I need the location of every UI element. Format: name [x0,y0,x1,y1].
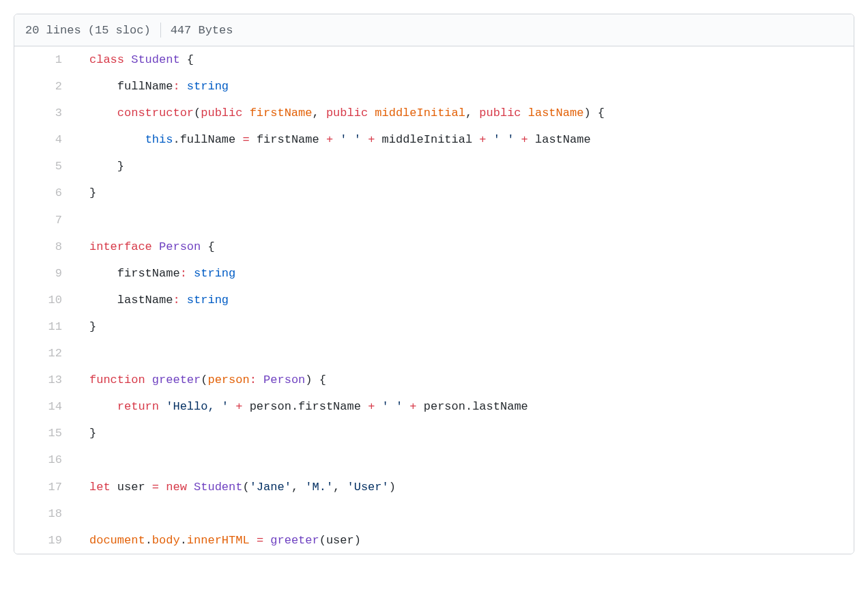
token-kw: constructor [117,107,194,119]
line-code[interactable]: } [76,313,854,340]
file-header: 20 lines (15 sloc) 447 Bytes [14,14,854,46]
token-prm: middleInitial [375,107,465,119]
token-kw: function [89,373,145,386]
code-body: 1class Student {2 fullName: string3 cons… [14,46,854,554]
line-code[interactable]: document.body.innerHTML = greeter(user) [76,527,854,554]
line-code[interactable]: lastName: string [76,287,854,313]
line-code[interactable] [76,340,854,367]
code-line: 15} [14,420,854,447]
line-code[interactable]: function greeter(person: Person) { [76,367,854,393]
token-prm: lastName [528,107,584,119]
token-kw: new [166,481,187,494]
token-punct: , [291,481,298,494]
line-code[interactable]: } [76,420,854,447]
line-number[interactable]: 16 [14,447,76,473]
line-number[interactable]: 13 [14,367,76,393]
line-code[interactable]: } [76,180,854,206]
line-code[interactable]: constructor(public firstName, public mid… [76,100,854,126]
token-prm: person [207,373,249,386]
token-id: person [250,400,291,413]
code-line: 3 constructor(public firstName, public m… [14,100,854,126]
code-line: 13function greeter(person: Person) { [14,367,854,393]
line-code[interactable]: class Student { [76,46,854,73]
line-number[interactable]: 1 [14,46,76,73]
line-number[interactable]: 6 [14,180,76,206]
line-code[interactable] [76,447,854,473]
token-punct: { [598,107,605,119]
token-punct: ) [305,373,312,386]
token-op: : [250,373,257,386]
code-line: 10 lastName: string [14,287,854,313]
token-punct: . [173,133,179,146]
token-id: fullName [180,133,236,146]
line-number[interactable]: 8 [14,233,76,260]
token-punct: { [187,53,194,66]
line-number[interactable]: 12 [14,340,76,367]
token-op: + [521,133,528,146]
token-punct: . [465,400,472,413]
file-lines-sloc: 20 lines (15 sloc) [25,24,151,37]
line-code[interactable]: firstName: string [76,260,854,287]
line-code[interactable]: } [76,153,854,180]
line-code[interactable] [76,207,854,233]
code-line: 12 [14,340,854,367]
file-info-divider [160,23,161,38]
line-code[interactable]: this.fullName = firstName + ' ' + middle… [76,126,854,153]
line-number[interactable]: 19 [14,527,76,554]
line-code[interactable]: return 'Hello, ' + person.firstName + ' … [76,393,854,420]
token-punct: ( [242,481,249,494]
line-code[interactable]: fullName: string [76,73,854,100]
line-number[interactable]: 14 [14,393,76,420]
token-punct: , [312,107,319,119]
token-fn: greeter [270,534,319,547]
token-punct: ) [583,107,590,119]
file-box: 20 lines (15 sloc) 447 Bytes 1class Stud… [14,14,854,554]
code-line: 2 fullName: string [14,73,854,100]
code-line: 1class Student { [14,46,854,73]
token-str: 'User' [347,481,389,494]
line-number[interactable]: 5 [14,153,76,180]
line-number[interactable]: 7 [14,207,76,233]
token-var: body [152,534,180,547]
line-code[interactable]: interface Person { [76,233,854,260]
token-str: 'M.' [305,481,333,494]
file-size: 447 Bytes [171,24,233,37]
line-number[interactable]: 17 [14,474,76,500]
code-line: 5 } [14,153,854,180]
token-op: + [479,133,486,146]
line-number[interactable]: 2 [14,73,76,100]
token-id: person [424,400,465,413]
token-op: : [173,80,179,93]
token-op: + [326,133,333,146]
line-number[interactable]: 11 [14,313,76,340]
token-punct: { [319,373,326,386]
token-str: ' ' [340,133,361,146]
token-op: + [368,133,375,146]
line-code[interactable]: let user = new Student('Jane', 'M.', 'Us… [76,474,854,500]
code-line: 18 [14,500,854,527]
token-punct: } [89,427,96,440]
line-code[interactable] [76,500,854,527]
token-id: lastName [117,294,173,307]
token-id: middleInitial [382,133,473,146]
line-number[interactable]: 18 [14,500,76,527]
code-line: 19document.body.innerHTML = greeter(user… [14,527,854,554]
line-number[interactable]: 15 [14,420,76,447]
token-punct: } [89,186,96,199]
token-str: ' ' [382,400,403,413]
token-id: user [326,534,354,547]
line-number[interactable]: 10 [14,287,76,313]
line-number[interactable]: 3 [14,100,76,126]
token-punct: ( [194,107,201,119]
token-punct: ( [319,534,326,547]
token-type: string [194,267,235,280]
token-op: = [257,534,263,547]
line-number[interactable]: 9 [14,260,76,287]
token-type: string [187,80,229,93]
line-number[interactable]: 4 [14,126,76,153]
token-var: document [89,534,145,547]
token-str: 'Hello, ' [166,400,229,413]
token-punct: . [291,400,298,413]
code-line: 7 [14,207,854,233]
code-line: 9 firstName: string [14,260,854,287]
